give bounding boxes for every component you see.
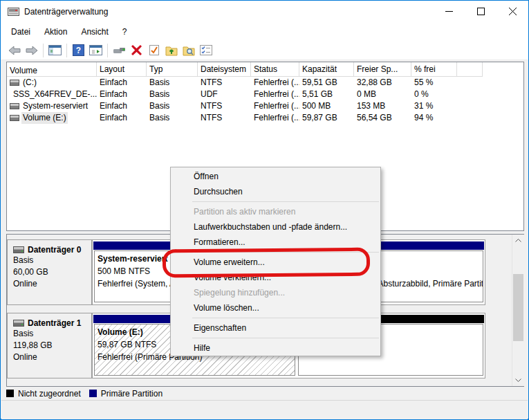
show-action-pane-icon[interactable] (87, 43, 104, 58)
menu-item-volume-erweitern[interactable]: Volume erweitern... (171, 255, 380, 270)
menu-item-volume-loeschen[interactable]: Volume löschen... (171, 300, 380, 316)
volume-row-sss[interactable]: SSS_X64FREV_DE-... Einfach Basis UDF Feh… (7, 89, 523, 100)
maximize-button[interactable] (465, 1, 496, 21)
column-header-prozent-frei[interactable]: % frei (411, 62, 457, 77)
volume-list-header: Volume Layout Typ Dateisystem Status Kap… (7, 62, 523, 77)
titlebar: Datenträgerverwaltung (1, 1, 528, 22)
column-header-freier-speicher[interactable]: Freier Sp... (354, 62, 411, 77)
disk0-size: 60,00 GB (13, 266, 91, 278)
primary-partition-swatch (89, 390, 97, 397)
menu-item-partition-aktiv: Partition als aktiv markieren (171, 204, 380, 219)
window-controls (433, 1, 528, 21)
scroll-up-icon[interactable] (512, 235, 524, 246)
menu-separator (171, 250, 380, 255)
menu-aktion[interactable]: Aktion (37, 24, 74, 39)
toolbar: ? (1, 41, 528, 60)
folder-export-icon[interactable] (163, 43, 180, 58)
column-header-kapazitaet[interactable]: Kapazität (299, 62, 354, 77)
show-console-tree-icon[interactable] (46, 43, 64, 58)
disk1-size: 119,88 GB (13, 340, 91, 351)
menu-datei[interactable]: Datei (4, 24, 37, 39)
menu-ansicht[interactable]: Ansicht (74, 24, 115, 39)
maximize-icon (477, 8, 485, 15)
disk-icon (13, 246, 24, 253)
folder-find-icon[interactable] (180, 43, 197, 58)
app-icon (8, 7, 19, 17)
menu-item-durchsuchen[interactable]: Durchsuchen (171, 184, 380, 199)
column-header-typ[interactable]: Typ (147, 62, 198, 77)
status-bar (1, 400, 528, 419)
refresh-check-icon[interactable] (145, 43, 163, 58)
toolbar-separator (66, 44, 67, 57)
disk-icon (10, 103, 19, 109)
minimize-button[interactable] (433, 1, 465, 21)
disk0-status: Online (13, 278, 91, 290)
disk-icon (10, 115, 19, 121)
vertical-scrollbar[interactable] (512, 235, 524, 386)
disk-icon (13, 320, 24, 327)
menu-item-oeffnen[interactable]: Öffnen (171, 169, 380, 184)
context-menu: Öffnen Durchsuchen Partition als aktiv m… (170, 167, 381, 356)
column-header-volume[interactable]: Volume (7, 62, 97, 77)
disk-icon (10, 80, 19, 86)
column-header-empty (457, 62, 483, 77)
disk0-type: Basis (13, 255, 91, 266)
menu-separator (171, 316, 380, 320)
disk-management-window: Datenträgerverwaltung Datei Aktion Ansic… (0, 0, 529, 420)
column-header-layout[interactable]: Layout (97, 62, 147, 77)
disk1-type: Basis (13, 328, 91, 340)
delete-icon[interactable] (128, 43, 145, 58)
device-manager-icon[interactable] (111, 43, 128, 58)
disk1-status: Online (13, 351, 91, 363)
menu-item-eigenschaften[interactable]: Eigenschaften (171, 320, 380, 336)
scrollbar-thumb[interactable] (513, 274, 523, 341)
menu-bar: Datei Aktion Ansicht ? (1, 22, 528, 41)
menu-item-formatieren[interactable]: Formatieren... (171, 235, 380, 250)
disk0-header[interactable]: Datenträger 0 Basis 60,00 GB Online (7, 239, 92, 305)
window-title: Datenträgerverwaltung (24, 7, 108, 17)
volume-row-system-reserviert[interactable]: System-reserviert Einfach Basis NTFS Feh… (7, 100, 523, 112)
disk1-name: Datenträger 1 (28, 318, 81, 328)
checklist-icon[interactable] (197, 43, 214, 58)
menu-separator (171, 199, 380, 204)
forward-icon[interactable] (23, 43, 40, 58)
menu-item-volume-verkleinern[interactable]: Volume verkleinern... (171, 270, 380, 285)
unallocated-swatch (6, 390, 14, 397)
menu-item-laufwerkbuchstaben[interactable]: Laufwerkbuchstaben und -pfade ändern... (171, 219, 380, 235)
help-icon[interactable]: ? (70, 43, 87, 58)
menu-hilfe[interactable]: ? (115, 24, 134, 39)
back-icon[interactable] (6, 43, 23, 58)
volume-row-e[interactable]: Volume (E:) Einfach Basis NTFS Fehlerfre… (7, 112, 523, 124)
column-header-status[interactable]: Status (251, 62, 299, 77)
svg-text:?: ? (76, 46, 81, 55)
close-button[interactable] (496, 1, 528, 21)
menu-item-spiegelung-hinzufuegen: Spiegelung hinzufügen... (171, 285, 380, 300)
menu-separator (171, 336, 380, 340)
minimize-icon (445, 8, 453, 15)
legend: Nicht zugeordnet Primäre Partition (6, 387, 163, 400)
legend-unallocated: Nicht zugeordnet (6, 389, 81, 399)
column-header-dateisystem[interactable]: Dateisystem (198, 62, 251, 77)
volume-row-c[interactable]: (C:) Einfach Basis NTFS Fehlerfrei (... … (7, 77, 523, 89)
close-icon (509, 8, 517, 15)
toolbar-separator (43, 44, 44, 57)
scroll-down-icon[interactable] (512, 374, 524, 386)
disk0-name: Datenträger 0 (28, 245, 81, 255)
disk1-header[interactable]: Datenträger 1 Basis 119,88 GB Online (7, 313, 92, 378)
legend-primary-partition: Primäre Partition (89, 389, 163, 399)
menu-item-hilfe[interactable]: Hilfe (171, 340, 380, 356)
toolbar-separator (107, 44, 108, 57)
